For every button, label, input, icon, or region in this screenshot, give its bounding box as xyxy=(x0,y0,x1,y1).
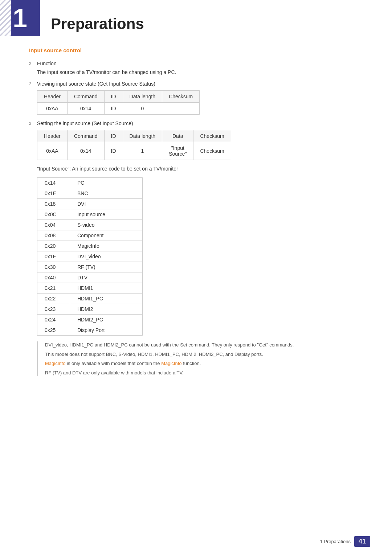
source-label: DVI xyxy=(70,199,143,209)
source-row: 0x14PC xyxy=(37,178,143,188)
cell2-data-val: "InputSource" xyxy=(162,142,193,160)
col2-command: Command xyxy=(67,130,104,142)
source-code: 0x30 xyxy=(37,262,70,272)
note-line: DVI_video, HDMI1_PC and HDMI2_PC cannot … xyxy=(45,341,355,349)
source-code: 0x24 xyxy=(37,315,70,325)
cell-checksum-val xyxy=(162,103,200,115)
bullet1-para: The input source of a TV/monitor can be … xyxy=(37,69,363,75)
magicinfo-highlight: MagicInfo xyxy=(45,361,65,366)
col-checksum: Checksum xyxy=(162,91,200,103)
source-row: 0x04S-video xyxy=(37,220,143,230)
bullet1-text: Function xyxy=(37,61,57,66)
cell-datalength-val: 0 xyxy=(123,103,162,115)
source-row: 0x08Component xyxy=(37,230,143,241)
notes-block: DVI_video, HDMI1_PC and HDMI2_PC cannot … xyxy=(37,341,355,376)
col2-id: ID xyxy=(104,130,123,142)
footer-chapter-label: 1 Preparations xyxy=(320,539,351,544)
source-code: 0x20 xyxy=(37,241,70,251)
source-label: DTV xyxy=(70,272,143,283)
source-row: 0x1EBNC xyxy=(37,188,143,199)
cell2-command-val: 0x14 xyxy=(67,142,104,160)
col2-data: Data xyxy=(162,130,193,142)
source-code: 0x08 xyxy=(37,230,70,241)
bullet-function: 2 Function xyxy=(29,61,363,66)
col2-checksum: Checksum xyxy=(193,130,231,142)
source-code: 0x25 xyxy=(37,325,70,336)
col2-header: Header xyxy=(37,130,68,142)
table-row: 0xAA 0x14 ID 1 "InputSource" Checksum xyxy=(37,142,231,160)
col2-data-length: Data length xyxy=(123,130,162,142)
col-id: ID xyxy=(104,91,123,103)
magicinfo-highlight: MagicInfo xyxy=(161,361,181,366)
page-header: 1 Preparations xyxy=(0,0,392,36)
header-stripe xyxy=(0,0,11,36)
bullet-setting: 2 Setting the input source (Set Input So… xyxy=(29,120,363,126)
source-code: 0x14 xyxy=(37,178,70,188)
note-line: MagicInfo is only available with models … xyxy=(45,360,355,367)
source-label: DVI_video xyxy=(70,251,143,262)
source-code: 0x40 xyxy=(37,272,70,283)
cell-id-val: ID xyxy=(104,103,123,115)
chapter-title-area: Preparations xyxy=(40,0,144,36)
bullet1-num: 2 xyxy=(29,61,33,66)
bullet3-num: 2 xyxy=(29,121,33,126)
source-code: 0x22 xyxy=(37,294,70,304)
col-data-length: Data length xyxy=(123,91,162,103)
source-code: 0x1E xyxy=(37,188,70,199)
source-code-table: 0x14PC0x1EBNC0x18DVI0x0CInput source0x04… xyxy=(37,177,143,336)
source-row: 0x21HDMI1 xyxy=(37,283,143,294)
col-header: Header xyxy=(37,91,68,103)
source-label: HDMI1_PC xyxy=(70,294,143,304)
chapter-title: Preparations xyxy=(51,15,144,33)
table-set-command: Header Command ID Data length Data Check… xyxy=(37,130,231,160)
source-label: HDMI1 xyxy=(70,283,143,294)
bullet2-num: 2 xyxy=(29,82,33,86)
source-row: 0x0CInput source xyxy=(37,209,143,220)
source-row: 0x23HDMI2 xyxy=(37,304,143,315)
footer-page-number: 41 xyxy=(354,536,370,547)
source-row: 0x20MagicInfo xyxy=(37,241,143,251)
source-row: 0x24HDMI2_PC xyxy=(37,315,143,325)
source-label: Display Port xyxy=(70,325,143,336)
cell2-checksum-val: Checksum xyxy=(193,142,231,160)
source-label: HDMI2_PC xyxy=(70,315,143,325)
section-heading: Input source control xyxy=(29,47,363,53)
source-desc: "Input Source": An input source code to … xyxy=(37,166,363,172)
source-row: 0x40DTV xyxy=(37,272,143,283)
source-label: HDMI2 xyxy=(70,304,143,315)
source-code: 0x21 xyxy=(37,283,70,294)
main-content: Input source control 2 Function The inpu… xyxy=(0,47,392,400)
cell2-header-val: 0xAA xyxy=(37,142,68,160)
source-label: Input source xyxy=(70,209,143,220)
source-label: Component xyxy=(70,230,143,241)
bullet-viewing: 2 Viewing input source state (Get Input … xyxy=(29,81,363,87)
note-line: This model does not support BNC, S-Video… xyxy=(45,351,355,358)
source-code: 0x0C xyxy=(37,209,70,220)
source-code: 0x23 xyxy=(37,304,70,315)
cell2-id-val: ID xyxy=(104,142,123,160)
bullet3-text: Setting the input source (Set Input Sour… xyxy=(37,120,133,126)
bullet2-text: Viewing input source state (Get Input So… xyxy=(37,81,155,87)
source-code: 0x18 xyxy=(37,199,70,209)
table-row: 0xAA 0x14 ID 0 xyxy=(37,103,200,115)
cell2-datalength-val: 1 xyxy=(123,142,162,160)
source-code: 0x1F xyxy=(37,251,70,262)
source-row: 0x22HDMI1_PC xyxy=(37,294,143,304)
source-label: RF (TV) xyxy=(70,262,143,272)
source-label: BNC xyxy=(70,188,143,199)
source-row: 0x30RF (TV) xyxy=(37,262,143,272)
source-code: 0x04 xyxy=(37,220,70,230)
cell-header-val: 0xAA xyxy=(37,103,68,115)
note-line: RF (TV) and DTV are only available with … xyxy=(45,369,355,377)
cell-command-val: 0x14 xyxy=(67,103,104,115)
source-label: S-video xyxy=(70,220,143,230)
source-row: 0x18DVI xyxy=(37,199,143,209)
source-label: PC xyxy=(70,178,143,188)
source-row: 0x1FDVI_video xyxy=(37,251,143,262)
source-label: MagicInfo xyxy=(70,241,143,251)
source-row: 0x25Display Port xyxy=(37,325,143,336)
page-footer: 1 Preparations 41 xyxy=(320,536,370,547)
table-get-command: Header Command ID Data length Checksum 0… xyxy=(37,90,200,115)
col-command: Command xyxy=(67,91,104,103)
